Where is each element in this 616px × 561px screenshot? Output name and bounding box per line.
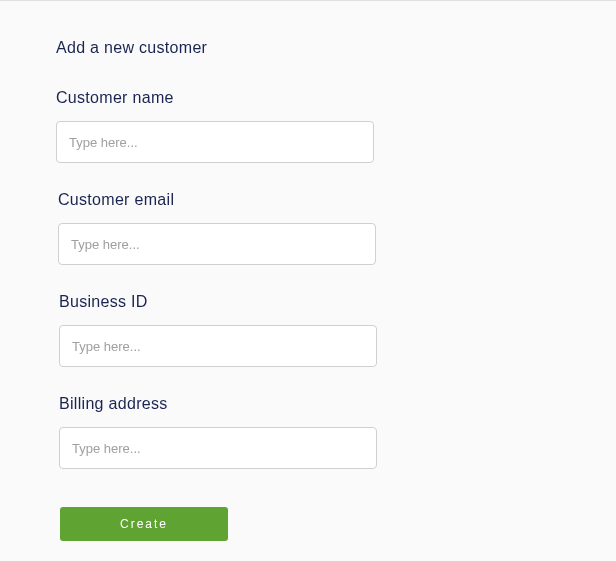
billing-address-label: Billing address bbox=[59, 395, 616, 413]
add-customer-form: Add a new customer Customer name Custome… bbox=[0, 1, 616, 541]
create-button[interactable]: Create bbox=[60, 507, 228, 541]
business-id-input[interactable] bbox=[59, 325, 377, 367]
customer-email-input[interactable] bbox=[58, 223, 376, 265]
customer-email-field: Customer email bbox=[58, 191, 616, 265]
customer-email-label: Customer email bbox=[58, 191, 616, 209]
business-id-field: Business ID bbox=[59, 293, 616, 367]
billing-address-input[interactable] bbox=[59, 427, 377, 469]
billing-address-field: Billing address bbox=[59, 395, 616, 469]
business-id-label: Business ID bbox=[59, 293, 616, 311]
customer-name-label: Customer name bbox=[56, 89, 616, 107]
customer-name-field: Customer name bbox=[56, 89, 616, 163]
form-title: Add a new customer bbox=[56, 39, 616, 57]
customer-name-input[interactable] bbox=[56, 121, 374, 163]
